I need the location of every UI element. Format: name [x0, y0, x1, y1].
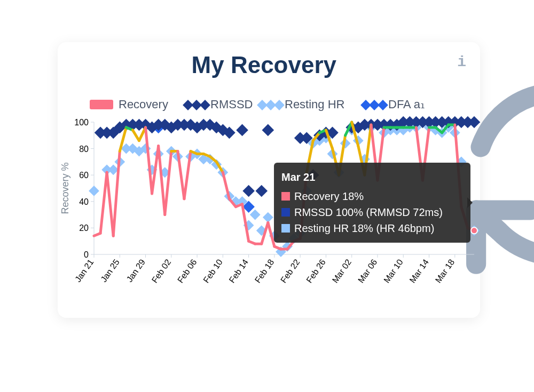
svg-text:Jan 29: Jan 29: [125, 258, 147, 284]
svg-rect-12: [378, 100, 388, 110]
svg-text:100: 100: [74, 118, 89, 127]
svg-text:Mar 18: Mar 18: [434, 258, 457, 285]
svg-line-173: [132, 130, 139, 141]
svg-text:Jan 25: Jan 25: [99, 258, 121, 284]
svg-rect-82: [250, 210, 261, 220]
svg-rect-143: [307, 169, 319, 181]
recovery-card: My Recovery i RecoveryRMSSDResting HRDFA…: [58, 42, 480, 318]
svg-line-168: [100, 172, 107, 233]
svg-rect-59: [89, 186, 99, 196]
svg-text:Feb 26: Feb 26: [304, 258, 327, 285]
svg-text:Recovery %: Recovery %: [60, 162, 70, 214]
svg-line-217: [416, 127, 422, 180]
svg-text:Mar 10: Mar 10: [382, 258, 405, 285]
svg-text:Mar 14: Mar 14: [407, 258, 430, 285]
svg-text:Feb 02: Feb 02: [150, 258, 173, 285]
svg-text:Feb 10: Feb 10: [201, 258, 224, 285]
svg-rect-140: [262, 124, 274, 137]
svg-line-175: [146, 127, 152, 194]
svg-rect-84: [263, 212, 273, 223]
svg-rect-138: [242, 185, 255, 197]
svg-rect-166: [468, 116, 480, 129]
svg-point-226: [471, 227, 477, 234]
svg-text:Feb 22: Feb 22: [279, 258, 302, 285]
svg-line-211: [378, 127, 384, 180]
svg-text:Recovery: Recovery: [119, 98, 168, 111]
svg-text:Feb 18: Feb 18: [253, 258, 276, 285]
svg-line-170: [113, 151, 120, 236]
svg-rect-90: [301, 186, 312, 196]
svg-rect-0: [90, 100, 113, 109]
svg-text:Resting HR: Resting HR: [285, 98, 344, 111]
svg-line-178: [165, 151, 171, 215]
svg-text:Jan 21: Jan 21: [73, 258, 96, 284]
svg-text:80: 80: [79, 145, 89, 154]
svg-text:40: 40: [79, 197, 89, 206]
svg-line-224: [461, 207, 468, 228]
svg-rect-139: [255, 185, 268, 197]
chart-canvas: RecoveryRMSSDResting HRDFA a₁02040608010…: [58, 94, 480, 310]
recovery-chart[interactable]: RecoveryRMSSDResting HRDFA a₁02040608010…: [58, 94, 480, 310]
svg-text:Feb 14: Feb 14: [227, 258, 250, 285]
svg-text:60: 60: [79, 171, 89, 180]
svg-rect-137: [236, 124, 248, 137]
svg-line-200: [307, 141, 313, 173]
svg-line-169: [107, 172, 113, 236]
svg-text:Feb 06: Feb 06: [176, 258, 199, 285]
svg-text:RMSSD: RMSSD: [210, 98, 253, 111]
svg-rect-4: [200, 100, 210, 110]
stage: My Recovery i RecoveryRMSSDResting HRDFA…: [0, 0, 534, 392]
svg-text:DFA a₁: DFA a₁: [388, 98, 425, 111]
svg-line-218: [422, 127, 429, 180]
card-title: My Recovery: [192, 52, 336, 78]
info-icon[interactable]: i: [457, 54, 466, 70]
svg-line-199: [300, 172, 307, 238]
svg-line-210: [371, 125, 378, 180]
svg-text:Mar 06: Mar 06: [356, 258, 379, 285]
svg-line-209: [365, 125, 371, 175]
svg-text:20: 20: [79, 223, 89, 233]
svg-line-177: [159, 146, 165, 215]
svg-rect-8: [274, 100, 285, 110]
svg-text:Mar 02: Mar 02: [331, 258, 354, 285]
card-header: My Recovery: [58, 52, 480, 82]
